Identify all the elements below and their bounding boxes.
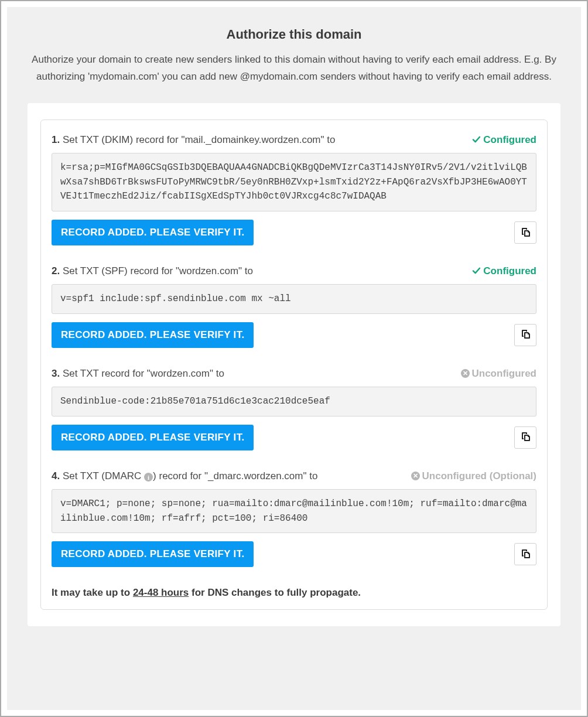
record-value-box[interactable]: k=rsa;p=MIGfMA0GCSqGSIb3DQEBAQUAA4GNADCB… [52, 153, 536, 211]
info-icon[interactable]: i [144, 473, 153, 482]
record-text-prefix: Set TXT (DMARC [60, 470, 144, 482]
verify-button[interactable]: RECORD ADDED. PLEASE VERIFY IT. [52, 425, 254, 450]
x-circle-icon: ✕ [461, 369, 470, 378]
record-block-spf: 2. Set TXT (SPF) record for "wordzen.com… [52, 265, 536, 348]
page-title: Authorize this domain [28, 27, 560, 42]
copy-icon [520, 548, 531, 561]
check-icon [472, 134, 481, 146]
record-value-box[interactable]: v=DMARC1; p=none; sp=none; rua=mailto:dm… [52, 489, 536, 534]
page-subtitle: Authorize your domain to create new send… [28, 52, 560, 86]
record-number: 2. [52, 265, 60, 276]
record-number: 3. [52, 368, 60, 379]
status-label: Configured [483, 134, 536, 146]
status-badge-configured: Configured [472, 265, 536, 277]
copy-button[interactable] [514, 221, 536, 244]
record-value-box[interactable]: Sendinblue-code:21b85e701a751d6c1e3cac21… [52, 387, 536, 416]
action-row: RECORD ADDED. PLEASE VERIFY IT. [52, 220, 536, 245]
record-number: 4. [52, 470, 60, 482]
note-after: for DNS changes to fully propagate. [189, 587, 361, 598]
record-block-dkim: 1. Set TXT (DKIM) record for "mail._doma… [52, 134, 536, 245]
record-block-dmarc: 4. Set TXT (DMARC i) record for "_dmarc.… [52, 470, 536, 568]
copy-button[interactable] [514, 543, 536, 565]
verify-button[interactable]: RECORD ADDED. PLEASE VERIFY IT. [52, 220, 254, 245]
record-text: Set TXT (SPF) record for "wordzen.com" t… [60, 265, 253, 276]
record-text: Set TXT (DKIM) record for "mail._domaink… [60, 134, 335, 145]
status-label: Unconfigured [472, 368, 537, 380]
record-instruction: 2. Set TXT (SPF) record for "wordzen.com… [52, 265, 253, 277]
copy-icon [520, 431, 531, 443]
note-hours: 24-48 hours [133, 587, 189, 598]
status-badge-unconfigured: ✕Unconfigured [461, 368, 537, 380]
record-instruction: 3. Set TXT record for "wordzen.com" to [52, 368, 224, 380]
record-text-suffix: ) record for "_dmarc.wordzen.com" to [153, 470, 317, 482]
record-header: 2. Set TXT (SPF) record for "wordzen.com… [52, 265, 536, 277]
record-number: 1. [52, 134, 60, 145]
status-label: Configured [483, 265, 536, 277]
outer-frame: Authorize this domain Authorize your dom… [0, 0, 588, 717]
propagation-note: It may take up to 24-48 hours for DNS ch… [52, 587, 536, 599]
action-row: RECORD ADDED. PLEASE VERIFY IT. [52, 322, 536, 348]
x-circle-icon: ✕ [411, 472, 420, 480]
status-label: Unconfigured (Optional) [422, 470, 536, 482]
copy-button[interactable] [514, 324, 536, 346]
record-instruction: 4. Set TXT (DMARC i) record for "_dmarc.… [52, 470, 317, 482]
copy-button[interactable] [514, 426, 536, 449]
status-badge-unconfigured-optional: ✕Unconfigured (Optional) [411, 470, 536, 482]
status-badge-configured: Configured [472, 134, 536, 146]
records-box: 1. Set TXT (DKIM) record for "mail._doma… [40, 120, 548, 610]
copy-icon [520, 329, 531, 341]
record-header: 4. Set TXT (DMARC i) record for "_dmarc.… [52, 470, 536, 482]
action-row: RECORD ADDED. PLEASE VERIFY IT. [52, 425, 536, 450]
verify-button[interactable]: RECORD ADDED. PLEASE VERIFY IT. [52, 322, 254, 348]
copy-icon [520, 227, 531, 239]
page-container: Authorize this domain Authorize your dom… [7, 7, 581, 710]
record-value-box[interactable]: v=spf1 include:spf.sendinblue.com mx ~al… [52, 284, 536, 314]
note-before: It may take up to [52, 587, 133, 598]
record-block-txt-code: 3. Set TXT record for "wordzen.com" to ✕… [52, 368, 536, 450]
record-instruction: 1. Set TXT (DKIM) record for "mail._doma… [52, 134, 335, 146]
card: 1. Set TXT (DKIM) record for "mail._doma… [28, 103, 560, 627]
record-header: 1. Set TXT (DKIM) record for "mail._doma… [52, 134, 536, 146]
record-header: 3. Set TXT record for "wordzen.com" to ✕… [52, 368, 536, 380]
record-text: Set TXT record for "wordzen.com" to [60, 368, 224, 379]
action-row: RECORD ADDED. PLEASE VERIFY IT. [52, 541, 536, 567]
verify-button[interactable]: RECORD ADDED. PLEASE VERIFY IT. [52, 541, 254, 567]
check-icon [472, 265, 481, 277]
